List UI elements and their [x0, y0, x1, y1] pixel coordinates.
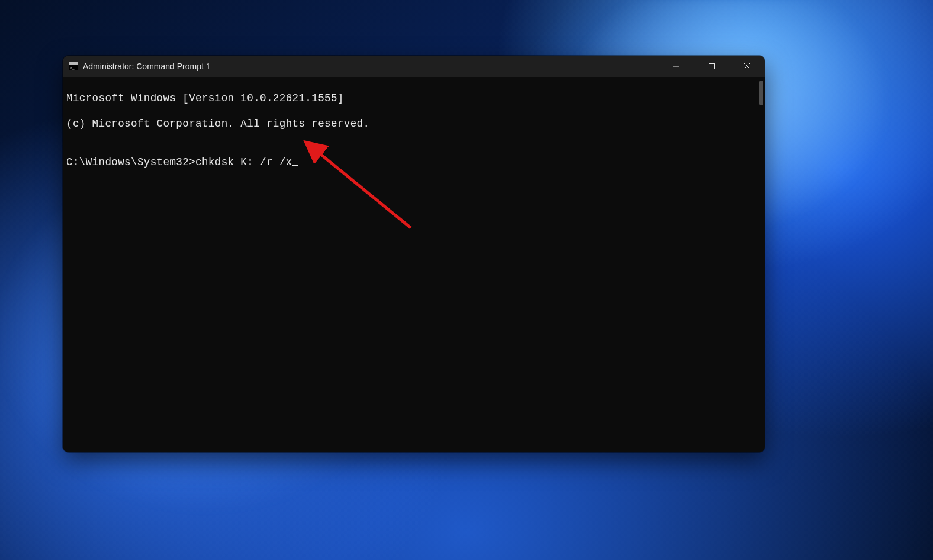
cmd-icon: >_	[69, 62, 78, 70]
minimize-button[interactable]	[658, 56, 694, 77]
command-input[interactable]: chkdsk K: /r /x	[195, 156, 292, 168]
close-icon	[744, 63, 750, 69]
version-line: Microsoft Windows [Version 10.0.22621.15…	[66, 92, 761, 105]
window-title: Administrator: Command Prompt 1	[83, 62, 211, 71]
copyright-line: (c) Microsoft Corporation. All rights re…	[66, 118, 761, 131]
cursor-icon	[292, 165, 298, 166]
scrollbar-thumb[interactable]	[759, 81, 763, 105]
svg-rect-1	[69, 62, 78, 65]
maximize-button[interactable]	[694, 56, 729, 77]
terminal-output[interactable]: Microsoft Windows [Version 10.0.22621.15…	[63, 77, 765, 452]
close-button[interactable]	[729, 56, 765, 77]
prompt-path: C:\Windows\System32>	[66, 156, 195, 168]
titlebar[interactable]: >_ Administrator: Command Prompt 1	[63, 56, 765, 77]
window-controls	[658, 56, 765, 77]
svg-text:>_: >_	[70, 66, 75, 70]
maximize-icon	[709, 63, 715, 69]
command-prompt-window: >_ Administrator: Command Prompt 1	[63, 56, 765, 452]
minimize-icon	[673, 63, 679, 69]
svg-rect-4	[709, 64, 715, 69]
prompt-line: C:\Windows\System32>chkdsk K: /r /x	[66, 156, 761, 169]
